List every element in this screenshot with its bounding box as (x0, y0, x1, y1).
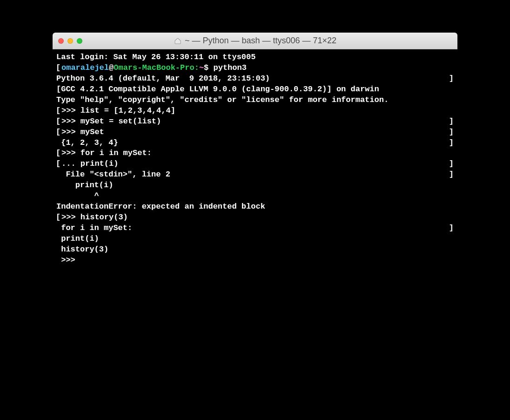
terminal-window: ~ — Python — bash — ttys006 — 71×22 Last… (53, 33, 457, 375)
terminal-line: {1, 2, 3, 4} (56, 138, 454, 149)
terminal-line: >>> history(3) (56, 212, 454, 223)
terminal-line: >>> for i in mySet: (56, 148, 454, 159)
prompt-sep: $ (204, 63, 213, 72)
terminal-line: ... print(i) (56, 159, 454, 169)
terminal-line: Python 3.6.4 (default, Mar 9 2018, 23:15… (56, 74, 454, 84)
traffic-lights (58, 38, 82, 44)
terminal-line: File "<stdin>", line 2 (56, 169, 454, 180)
minimize-button[interactable] (67, 38, 73, 44)
terminal-line: history(3) (56, 244, 454, 255)
terminal-line: print(i) (56, 234, 454, 244)
terminal-line: [GCC 4.2.1 Compatible Apple LLVM 9.0.0 (… (56, 84, 454, 95)
titlebar[interactable]: ~ — Python — bash — ttys006 — 71×22 (53, 33, 457, 49)
terminal-prompt-current[interactable]: >>> (56, 255, 454, 266)
prompt-command: python3 (213, 63, 246, 72)
prompt-host: Omars-MacBook-Pro: (114, 63, 199, 72)
terminal-line: Last login: Sat May 26 13:30:11 on ttys0… (56, 52, 454, 63)
terminal-prompt-line: omaralejel@Omars-MacBook-Pro:~$ python3 (56, 63, 454, 74)
maximize-button[interactable] (77, 38, 82, 44)
prompt-path: ~ (199, 63, 204, 72)
home-icon (174, 37, 182, 45)
prompt-at: @ (109, 63, 114, 72)
close-button[interactable] (58, 38, 64, 44)
terminal-line: IndentationError: expected an indented b… (56, 202, 454, 212)
window-title: ~ — Python — bash — ttys006 — 71×22 (53, 36, 457, 46)
prompt-user: omaralejel (61, 63, 109, 72)
terminal-line: print(i) (56, 180, 454, 191)
window-title-text: ~ — Python — bash — ttys006 — 71×22 (185, 36, 336, 46)
terminal-content[interactable]: Last login: Sat May 26 13:30:11 on ttys0… (53, 49, 457, 375)
terminal-line: for i in mySet: (56, 223, 454, 234)
terminal-line: Type "help", "copyright", "credits" or "… (56, 95, 454, 106)
terminal-line: >>> mySet = set(list) (56, 116, 454, 127)
terminal-line: >>> mySet (56, 127, 454, 138)
terminal-line: ^ (56, 191, 454, 202)
terminal-line: >>> list = [1,2,3,4,4,4] (56, 106, 454, 116)
